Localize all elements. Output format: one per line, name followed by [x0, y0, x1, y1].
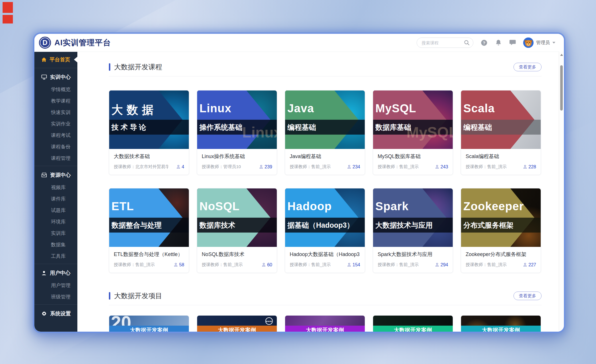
course-card[interactable]: Zookeeper 分布式服务框架 Zookeeper分布式服务框架 授课教师：… — [461, 188, 541, 273]
message-bubble-icon[interactable] — [509, 39, 516, 46]
course-teacher: 授课教师：管理员10 — [202, 164, 241, 170]
cover-subtitle: 数据库技术 — [199, 218, 235, 233]
sidebar-item-tool-library[interactable]: 工具库 — [34, 250, 77, 262]
person-icon — [262, 263, 266, 267]
cover-subtitle: 编程基础 — [463, 120, 492, 135]
course-card[interactable]: NoSQL 数据库技术 NoSQL数据库技术 授课教师：售前_演示 60 — [197, 188, 277, 273]
sidebar-home-label: 平台首页 — [50, 56, 70, 63]
sidebar-divider — [34, 304, 77, 305]
sidebar-item-courseware-library[interactable]: 课件库 — [34, 193, 77, 204]
cover-subtitle: 编程基础 — [287, 120, 316, 135]
course-card[interactable]: Linux Linux 操作系统基础 Linux操作系统基础 授课教师：管理员1… — [197, 90, 277, 175]
course-title: Hadoop大数据基础（Hadoop3） — [290, 251, 360, 258]
project-card[interactable]: 大数据开发案例 — [285, 315, 365, 332]
view-more-button[interactable]: 查看更多 — [513, 63, 542, 71]
sidebar-item-learning-overview[interactable]: 学情概览 — [34, 84, 77, 95]
view-more-button[interactable]: 查看更多 — [513, 292, 542, 300]
sidebar-group-system-settings[interactable]: 系统设置 — [34, 307, 77, 320]
sidebar-group-training-center[interactable]: 实训中心 — [34, 70, 77, 84]
course-card[interactable]: ETL 数据整合与处理 ETL数据整合与处理（Kettle） 授课教师：售前_演… — [109, 188, 189, 273]
main-content: 大数据开发课程 查看更多 大 数 据 技 术 导 论 大数据技术基础 授课教师：… — [77, 52, 559, 332]
course-card[interactable]: Spark 大数据技术与应用 Spark大数据技术与应用 授课教师：售前_演示 … — [373, 188, 453, 273]
ellipsis-circle-icon: ●●● — [265, 317, 273, 325]
sidebar-item-training-homework[interactable]: 实训作业 — [34, 118, 77, 129]
sidebar-item-course-exams[interactable]: 课程考试 — [34, 129, 77, 141]
course-info: Linux操作系统基础 授课教师：管理员10 239 — [197, 149, 277, 175]
course-cover: Java 编程基础 — [285, 90, 365, 149]
course-card[interactable]: Java 编程基础 Java编程基础 授课教师：售前_演示 234 — [285, 90, 365, 175]
cover-subtitle: 数据库基础 — [375, 120, 411, 135]
project-card[interactable]: ●●● 大数据开发案例 — [197, 315, 277, 332]
cover-title: Scala — [463, 102, 495, 115]
search-box — [417, 38, 473, 48]
sidebar-item-teaching-courses[interactable]: 教学课程 — [34, 95, 77, 107]
course-teacher: 授课教师：北京市对外贸易学校教... — [114, 164, 168, 170]
project-card[interactable]: 大数据开发案例 — [373, 315, 453, 332]
user-name: 管理员 — [536, 40, 550, 46]
sidebar-group-label: 用户中心 — [50, 269, 70, 276]
notification-bell-icon[interactable] — [495, 39, 502, 46]
sidebar-group-resource-center[interactable]: 资源中心 — [34, 168, 77, 182]
help-icon[interactable]: ? — [480, 39, 488, 46]
project-banner: 大数据开发案例 — [197, 326, 277, 332]
sidebar-item-user-management[interactable]: 用户管理 — [34, 280, 77, 291]
project-card[interactable]: 20 大数据开发案例 — [109, 315, 189, 332]
sidebar-item-training-library[interactable]: 实训库 — [34, 227, 77, 239]
scroll-up-arrow-icon[interactable] — [560, 54, 563, 56]
sidebar-item-class-management[interactable]: 班级管理 — [34, 291, 77, 302]
app-window: D AI实训管理平台 ? — [34, 34, 564, 332]
search-icon[interactable] — [464, 40, 470, 46]
person-icon — [176, 165, 181, 169]
sidebar-divider — [34, 166, 77, 166]
cover-title: Java — [287, 102, 314, 115]
course-cover: MySQL MySQL 数据库基础 — [373, 90, 453, 149]
sidebar-divider — [34, 264, 77, 264]
student-count: 4 — [176, 164, 184, 170]
monitor-icon — [41, 74, 47, 80]
sidebar-group-user-center[interactable]: 用户中心 — [34, 266, 77, 280]
course-cover: NoSQL 数据库技术 — [197, 188, 277, 247]
sidebar-item-quick-training[interactable]: 快速实训 — [34, 107, 77, 118]
course-teacher: 授课教师：售前_演示 — [290, 164, 331, 170]
sidebar-item-environment-library[interactable]: 环境库 — [34, 216, 77, 227]
app-title: AI实训管理平台 — [54, 38, 111, 48]
student-count: 58 — [174, 262, 184, 267]
top-bar: D AI实训管理平台 ? — [34, 34, 564, 52]
user-menu[interactable]: 管理员 — [523, 38, 555, 48]
section-marker — [109, 63, 110, 71]
cover-subtitle: 数据整合与处理 — [111, 218, 162, 233]
sidebar-item-datasets[interactable]: 数据集 — [34, 239, 77, 250]
sidebar-group-label: 实训中心 — [50, 74, 71, 80]
sidebar-item-home[interactable]: 平台首页 — [34, 53, 77, 66]
person-icon — [523, 165, 527, 169]
course-card[interactable]: Scala 编程基础 Scala编程基础 授课教师：售前_演示 228 — [461, 90, 541, 175]
sidebar-item-course-backup[interactable]: 课程备份 — [34, 141, 77, 152]
gear-icon — [41, 311, 47, 316]
user-icon — [41, 270, 47, 276]
course-teacher: 授课教师：售前_演示 — [378, 262, 419, 267]
course-teacher: 授课教师：售前_演示 — [114, 262, 155, 267]
course-title: Zookeeper分布式服务框架 — [466, 251, 536, 258]
sidebar-item-question-library[interactable]: 试题库 — [34, 204, 77, 216]
course-title: MySQL数据库基础 — [378, 153, 448, 160]
course-card[interactable]: MySQL MySQL 数据库基础 MySQL数据库基础 授课教师：售前_演示 … — [373, 90, 453, 175]
course-cover: Hadoop 据基础（Hadoop3） — [285, 188, 365, 247]
course-title: NoSQL数据库技术 — [202, 251, 272, 258]
course-card[interactable]: Hadoop 据基础（Hadoop3） Hadoop大数据基础（Hadoop3）… — [285, 188, 365, 273]
section-divider — [109, 76, 542, 76]
sidebar-item-course-management[interactable]: 课程管理 — [34, 152, 77, 164]
person-icon — [347, 263, 351, 267]
course-teacher: 授课教师：售前_演示 — [378, 164, 419, 170]
scrollbar-thumb[interactable] — [560, 65, 563, 111]
course-card[interactable]: 大 数 据 技 术 导 论 大数据技术基础 授课教师：北京市对外贸易学校教...… — [109, 90, 189, 175]
project-card[interactable]: 大数据开发案例 — [461, 315, 541, 332]
project-banner: 大数据开发案例 — [285, 326, 365, 332]
student-count: 228 — [523, 164, 536, 170]
desktop-red-block — [3, 2, 13, 13]
app-logo-icon: D — [39, 37, 51, 49]
sidebar-item-video-library[interactable]: 视频库 — [34, 182, 77, 193]
cover-subtitle: 据基础（Hadoop3） — [287, 218, 354, 233]
vertical-scrollbar[interactable] — [559, 52, 564, 332]
cover-title: ETL — [111, 200, 134, 213]
cover-title: Zookeeper — [463, 200, 524, 213]
